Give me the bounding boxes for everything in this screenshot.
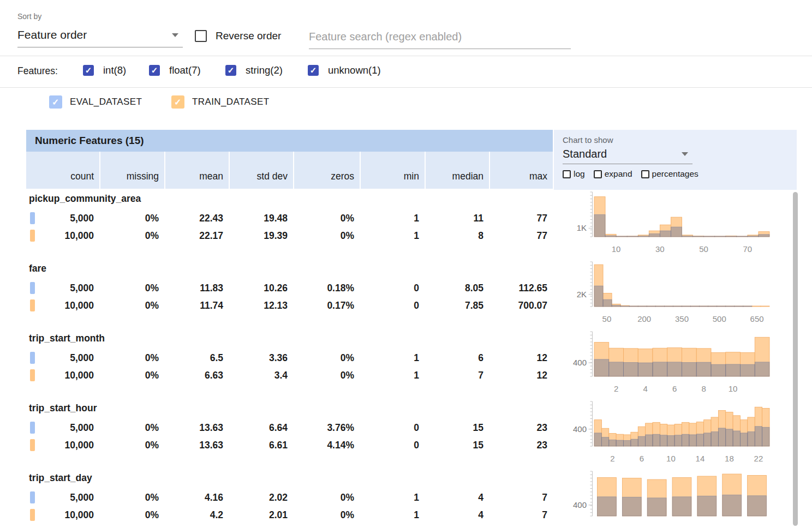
stat-value: 23 xyxy=(489,440,553,451)
stat-value: 5,000 xyxy=(26,492,99,503)
feature-type-label: int(8) xyxy=(103,64,126,76)
chart-toggle-expand[interactable]: expand xyxy=(594,169,632,179)
dataset-marker xyxy=(30,439,35,451)
svg-text:50: 50 xyxy=(602,314,612,323)
checkbox-checked-icon[interactable]: ✓ xyxy=(149,65,160,76)
chevron-down-icon xyxy=(682,152,688,156)
chart-toggle-log[interactable]: log xyxy=(563,169,585,179)
stat-value: 1 xyxy=(360,492,425,503)
vertical-scrollbar[interactable] xyxy=(793,192,798,526)
chart-type-dropdown[interactable]: Standard xyxy=(563,146,692,164)
column-header: zeros xyxy=(293,152,360,189)
feature-block: fare5,0000%11.8310.260.18%08.05112.6510,… xyxy=(26,261,797,331)
stat-value: 77 xyxy=(489,213,553,224)
checkbox-checked-icon[interactable]: ✓ xyxy=(171,95,184,109)
stat-value: 0% xyxy=(99,300,164,311)
toolbar: Sort by Feature order Reverse order xyxy=(0,0,812,56)
dataset-marker xyxy=(30,491,35,503)
dataset-marker xyxy=(30,369,35,381)
svg-text:200: 200 xyxy=(637,314,651,323)
stat-value: 0% xyxy=(293,352,360,364)
dataset-label: EVAL_DATASET xyxy=(70,97,142,107)
reverse-order-checkbox[interactable] xyxy=(195,30,207,42)
stat-value: 15 xyxy=(425,440,489,451)
feature-type-filter[interactable]: ✓float(7) xyxy=(149,64,201,76)
stat-value: 10,000 xyxy=(26,440,99,451)
stats-row: 5,0000%6.53.360%1612 xyxy=(26,349,553,367)
stat-value: 22.43 xyxy=(164,213,229,224)
numeric-features-table: Numeric Features (15) Chart to show Stan… xyxy=(26,130,797,528)
stat-value: 0 xyxy=(360,283,425,294)
svg-text:1K: 1K xyxy=(577,223,587,232)
dataset-legend-item[interactable]: ✓EVAL_DATASET xyxy=(49,95,142,109)
checkbox-checked-icon[interactable]: ✓ xyxy=(225,65,236,76)
stats-row: 10,0000%11.7412.130.17%07.85700.07 xyxy=(26,297,553,314)
sort-by-dropdown[interactable]: Feature order xyxy=(17,28,183,47)
feature-type-label: string(2) xyxy=(246,64,283,76)
stat-value: 13.63 xyxy=(164,422,229,434)
stat-value: 19.39 xyxy=(229,230,293,242)
dataset-legend-item[interactable]: ✓TRAIN_DATASET xyxy=(171,95,270,109)
stat-value: 0 xyxy=(360,440,425,451)
stats-row: 10,0000%4.22.010%147 xyxy=(26,506,553,524)
histogram-trip_start_month: 400246810 xyxy=(564,331,797,400)
stat-value: 0% xyxy=(293,492,360,503)
stat-value: 1 xyxy=(360,230,425,242)
features-label: Features: xyxy=(17,65,58,77)
stats-row: 10,0000%22.1719.390%1877 xyxy=(26,227,553,244)
chevron-down-icon xyxy=(172,33,178,37)
chart-toggles: logexpandpercentages xyxy=(563,169,797,179)
chart-toggle-label: expand xyxy=(605,169,632,179)
chart-toggle-label: log xyxy=(574,169,585,179)
stat-value: 0% xyxy=(99,509,164,521)
stat-value: 3.4 xyxy=(229,370,293,381)
stat-value: 0% xyxy=(99,213,164,224)
dataset-marker xyxy=(30,509,35,521)
feature-type-filter[interactable]: ✓int(8) xyxy=(83,64,126,76)
stat-value: 3.76% xyxy=(293,422,360,434)
chart-to-show-label: Chart to show xyxy=(563,135,797,145)
column-header: mean xyxy=(164,152,229,189)
stat-value: 10,000 xyxy=(26,370,99,381)
stat-value: 4 xyxy=(425,509,489,521)
feature-search-input[interactable] xyxy=(309,27,571,49)
histogram-trip_start_day: 400 xyxy=(564,470,797,528)
svg-text:14: 14 xyxy=(696,454,705,463)
stat-value: 10.26 xyxy=(229,283,293,294)
checkbox-checked-icon[interactable]: ✓ xyxy=(308,65,319,76)
stat-value: 0 xyxy=(360,422,425,434)
feature-list: pickup_community_area5,0000%22.4319.480%… xyxy=(26,191,797,528)
feature-type-filter[interactable]: ✓string(2) xyxy=(225,64,283,76)
stat-value: 7.85 xyxy=(425,300,489,311)
checkbox-unchecked-icon[interactable] xyxy=(594,170,602,178)
svg-text:500: 500 xyxy=(713,314,726,323)
chart-panel: Chart to show Standard logexpandpercenta… xyxy=(554,130,797,190)
chart-toggle-percentages[interactable]: percentages xyxy=(641,169,698,179)
column-header: max xyxy=(489,152,553,189)
svg-text:650: 650 xyxy=(750,314,764,323)
checkbox-unchecked-icon[interactable] xyxy=(563,170,571,178)
svg-text:22: 22 xyxy=(754,454,763,463)
stat-value: 4.16 xyxy=(164,492,229,503)
checkbox-unchecked-icon[interactable] xyxy=(641,170,649,178)
column-header: median xyxy=(425,152,489,189)
stats-row: 10,0000%13.636.614.14%01523 xyxy=(26,436,553,454)
svg-text:10: 10 xyxy=(666,454,676,463)
checkbox-checked-icon[interactable]: ✓ xyxy=(49,95,62,109)
stat-value: 8 xyxy=(425,230,489,242)
stat-value: 11 xyxy=(425,213,489,224)
stat-value: 0% xyxy=(99,230,164,242)
stat-value: 11.74 xyxy=(164,300,229,311)
checkbox-checked-icon[interactable]: ✓ xyxy=(83,65,94,76)
stat-value: 0% xyxy=(99,352,164,364)
stat-value: 7 xyxy=(489,492,553,503)
column-header: min xyxy=(360,152,425,189)
stat-value: 6 xyxy=(425,352,489,364)
stat-value: 10,000 xyxy=(26,300,99,311)
stat-value: 12.13 xyxy=(229,300,293,311)
svg-text:4: 4 xyxy=(643,384,647,393)
dataset-label: TRAIN_DATASET xyxy=(192,97,270,107)
feature-type-filter[interactable]: ✓unknown(1) xyxy=(308,64,381,76)
stat-value: 4.2 xyxy=(164,509,229,521)
feature-name: fare xyxy=(29,263,46,274)
